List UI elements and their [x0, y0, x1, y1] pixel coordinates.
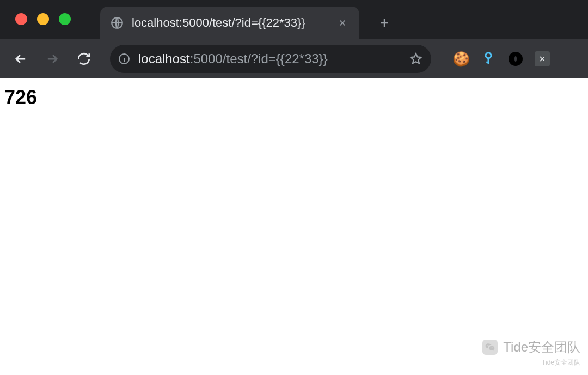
url-host: localhost [138, 51, 190, 66]
new-tab-button[interactable] [375, 13, 394, 33]
watermark-sub-text: Tide安全团队 [482, 358, 580, 367]
circle-extension-icon[interactable] [507, 51, 524, 67]
page-viewport: 726 Tide安全团队 Tide安全团队 [0, 78, 588, 375]
url-path: :5000/test/?id={{22*33}} [190, 51, 328, 66]
wechat-icon [482, 340, 498, 355]
key-extension-icon[interactable] [480, 51, 497, 67]
url-text: localhost:5000/test/?id={{22*33}} [138, 51, 401, 66]
close-extension-icon[interactable] [535, 51, 550, 66]
tab-strip: localhost:5000/test/?id={{22*33}} [0, 0, 588, 39]
tab-close-button[interactable] [335, 16, 350, 30]
back-button[interactable] [8, 46, 34, 72]
window-minimize-button[interactable] [37, 13, 49, 25]
tab-title: localhost:5000/test/?id={{22*33}} [132, 16, 328, 30]
reload-button[interactable] [71, 46, 97, 72]
bookmark-star-icon[interactable] [408, 51, 424, 66]
toolbar: localhost:5000/test/?id={{22*33}} 🍪 [0, 39, 588, 78]
watermark: Tide安全团队 Tide安全团队 [482, 338, 580, 367]
window-close-button[interactable] [15, 13, 27, 25]
page-body-text: 726 [0, 78, 588, 117]
cookie-extension-icon[interactable]: 🍪 [453, 51, 469, 67]
site-info-icon[interactable] [118, 52, 131, 65]
browser-tab[interactable]: localhost:5000/test/?id={{22*33}} [100, 7, 359, 39]
extensions-area: 🍪 [453, 51, 550, 67]
svg-point-2 [486, 53, 491, 58]
address-bar[interactable]: localhost:5000/test/?id={{22*33}} [110, 45, 431, 73]
window-maximize-button[interactable] [59, 13, 71, 25]
watermark-main-text: Tide安全团队 [503, 338, 580, 356]
forward-button[interactable] [39, 46, 65, 72]
globe-icon [110, 16, 124, 30]
cookie-emoji: 🍪 [452, 52, 470, 66]
traffic-lights [15, 13, 71, 25]
